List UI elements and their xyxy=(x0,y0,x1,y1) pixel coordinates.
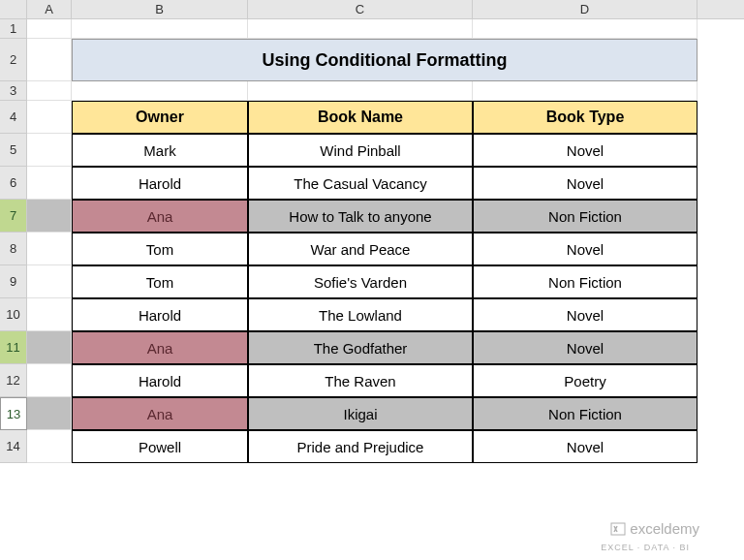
row-header-1[interactable]: 1 xyxy=(0,19,27,39)
book-cell[interactable]: The Raven xyxy=(248,364,473,397)
type-cell[interactable]: Poetry xyxy=(473,364,698,397)
row-header-11[interactable]: 11 xyxy=(0,331,27,364)
book-cell[interactable]: Pride and Prejudice xyxy=(248,430,473,463)
owner-cell[interactable]: Tom xyxy=(72,265,248,298)
table-row: Powell Pride and Prejudice Novel xyxy=(27,430,744,463)
table-row: Harold The Casual Vacancy Novel xyxy=(27,167,744,200)
row-header-14[interactable]: 14 xyxy=(0,430,27,463)
owner-cell[interactable]: Powell xyxy=(72,430,248,463)
type-cell[interactable]: Non Fiction xyxy=(473,265,698,298)
owner-cell[interactable]: Ana xyxy=(72,200,248,233)
cell[interactable] xyxy=(27,167,72,200)
owner-cell[interactable]: Ana xyxy=(72,397,248,430)
col-header-b[interactable]: B xyxy=(72,0,248,18)
type-cell[interactable]: Non Fiction xyxy=(473,397,698,430)
type-cell[interactable]: Novel xyxy=(473,430,698,463)
cell[interactable] xyxy=(27,39,72,81)
owner-cell[interactable]: Ana xyxy=(72,331,248,364)
cell[interactable] xyxy=(27,81,72,101)
type-cell[interactable]: Novel xyxy=(473,298,698,331)
cell[interactable] xyxy=(473,81,698,101)
book-cell[interactable]: Wind Pinball xyxy=(248,134,473,167)
book-cell[interactable]: Sofie's Varden xyxy=(248,265,473,298)
col-header-d[interactable]: D xyxy=(473,0,698,18)
cell[interactable] xyxy=(248,81,473,101)
row-header-9[interactable]: 9 xyxy=(0,265,27,298)
select-all-corner[interactable] xyxy=(0,0,27,18)
owner-cell[interactable]: Tom xyxy=(72,233,248,265)
cell[interactable] xyxy=(27,298,72,331)
type-cell[interactable]: Novel xyxy=(473,167,698,200)
table-row: Mark Wind Pinball Novel xyxy=(27,134,744,167)
row-3 xyxy=(27,81,744,101)
row-header-7[interactable]: 7 xyxy=(0,200,27,233)
owner-cell[interactable]: Mark xyxy=(72,134,248,167)
cell[interactable] xyxy=(27,397,72,430)
row-4: Owner Book Name Book Type xyxy=(27,101,744,134)
header-type[interactable]: Book Type xyxy=(473,101,698,134)
type-cell[interactable]: Novel xyxy=(473,233,698,265)
type-cell[interactable]: Non Fiction xyxy=(473,200,698,233)
cell[interactable] xyxy=(248,19,473,39)
table-row: Harold The Lowland Novel xyxy=(27,298,744,331)
cell[interactable] xyxy=(72,81,248,101)
row-header-4[interactable]: 4 xyxy=(0,101,27,134)
cell[interactable] xyxy=(72,19,248,39)
book-cell[interactable]: The Casual Vacancy xyxy=(248,167,473,200)
type-cell[interactable]: Novel xyxy=(473,331,698,364)
table-row-highlighted: Ana How to Talk to anyone Non Fiction xyxy=(27,200,744,233)
row-header-13[interactable]: 13 xyxy=(0,397,27,430)
cell[interactable] xyxy=(27,101,72,134)
header-book[interactable]: Book Name xyxy=(248,101,473,134)
table-row: Tom War and Peace Novel xyxy=(27,233,744,265)
cells-area: Using Conditional Formatting Owner Book … xyxy=(27,19,744,463)
row-headers: 1 2 3 4 5 6 7 8 9 10 11 12 13 14 xyxy=(0,19,27,463)
svg-rect-0 xyxy=(611,523,625,535)
row-header-6[interactable]: 6 xyxy=(0,167,27,200)
book-cell[interactable]: War and Peace xyxy=(248,233,473,265)
table-row: Harold The Raven Poetry xyxy=(27,364,744,397)
cell[interactable] xyxy=(27,331,72,364)
owner-cell[interactable]: Harold xyxy=(72,167,248,200)
row-1 xyxy=(27,19,744,39)
table-row-highlighted: Ana Ikigai Non Fiction xyxy=(27,397,744,430)
cell[interactable] xyxy=(473,19,698,39)
row-header-10[interactable]: 10 xyxy=(0,298,27,331)
cell[interactable] xyxy=(27,364,72,397)
owner-cell[interactable]: Harold xyxy=(72,298,248,331)
cell[interactable] xyxy=(27,200,72,233)
watermark-text: exceldemy xyxy=(630,520,699,537)
book-cell[interactable]: How to Talk to anyone xyxy=(248,200,473,233)
header-owner[interactable]: Owner xyxy=(72,101,248,134)
row-header-12[interactable]: 12 xyxy=(0,364,27,397)
title-cell[interactable]: Using Conditional Formatting xyxy=(72,39,698,81)
row-header-5[interactable]: 5 xyxy=(0,134,27,167)
owner-cell[interactable]: Harold xyxy=(72,364,248,397)
row-header-2[interactable]: 2 xyxy=(0,39,27,81)
cell[interactable] xyxy=(27,19,72,39)
row-header-3[interactable]: 3 xyxy=(0,81,27,101)
cell[interactable] xyxy=(27,134,72,167)
table-row-highlighted: Ana The Godfather Novel xyxy=(27,331,744,364)
table-row: Tom Sofie's Varden Non Fiction xyxy=(27,265,744,298)
type-cell[interactable]: Novel xyxy=(473,134,698,167)
col-header-a[interactable]: A xyxy=(27,0,72,18)
cell[interactable] xyxy=(27,265,72,298)
watermark-tagline: EXCEL · DATA · BI xyxy=(601,543,690,552)
cell[interactable] xyxy=(27,233,72,265)
column-headers: A B C D xyxy=(0,0,744,19)
watermark: exceldemy xyxy=(610,520,699,537)
cell[interactable] xyxy=(27,430,72,463)
book-cell[interactable]: Ikigai xyxy=(248,397,473,430)
col-header-c[interactable]: C xyxy=(248,0,473,18)
excel-icon xyxy=(610,521,626,537)
book-cell[interactable]: The Godfather xyxy=(248,331,473,364)
spreadsheet-grid: A B C D 1 2 3 4 5 6 7 8 9 10 11 12 13 14… xyxy=(0,0,744,560)
row-header-8[interactable]: 8 xyxy=(0,233,27,265)
book-cell[interactable]: The Lowland xyxy=(248,298,473,331)
row-2: Using Conditional Formatting xyxy=(27,39,744,81)
